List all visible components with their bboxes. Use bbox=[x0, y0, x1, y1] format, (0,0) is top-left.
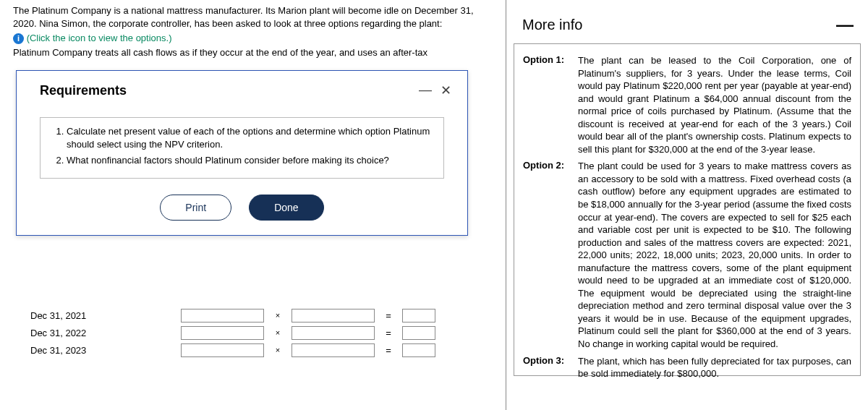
result-input[interactable] bbox=[402, 343, 435, 357]
factor-input[interactable] bbox=[181, 343, 264, 357]
table-row: Dec 31, 2023 × = bbox=[30, 341, 493, 359]
option-row-2: Option 2: The plant could be used for 3 … bbox=[523, 160, 851, 350]
result-input[interactable] bbox=[402, 326, 435, 340]
multiply-symbol: × bbox=[271, 311, 284, 320]
option-text: The plant could be used for 3 years to m… bbox=[578, 160, 851, 350]
multiply-symbol: × bbox=[271, 328, 284, 337]
option-text: The plant can be leased to the Coil Corp… bbox=[578, 54, 851, 155]
view-options-link[interactable]: (Click the icon to view the options.) bbox=[27, 33, 172, 43]
row-date: Dec 31, 2023 bbox=[30, 345, 181, 356]
amount-input[interactable] bbox=[292, 343, 375, 357]
factor-input[interactable] bbox=[181, 326, 264, 340]
minimize-icon[interactable]: — bbox=[836, 14, 854, 35]
info-link-row: i (Click the icon to view the options.) bbox=[0, 32, 506, 45]
calculation-table: Dec 31, 2021 × = Dec 31, 2022 × = Dec 31… bbox=[30, 307, 493, 359]
requirements-modal: Requirements — ✕ Calculate net present v… bbox=[16, 70, 468, 236]
table-row: Dec 31, 2021 × = bbox=[30, 307, 493, 324]
options-box: Option 1: The plant can be leased to the… bbox=[514, 43, 861, 376]
close-icon[interactable]: ✕ bbox=[441, 82, 451, 98]
more-info-title: More info bbox=[522, 17, 582, 33]
requirements-body: Calculate net present value of each of t… bbox=[40, 117, 444, 179]
equals-symbol: = bbox=[382, 310, 395, 321]
print-button[interactable]: Print bbox=[160, 195, 231, 221]
option-label: Option 2: bbox=[523, 160, 578, 350]
treat-cash-flow-line: Platinum Company treats all cash flows a… bbox=[0, 47, 506, 58]
equals-symbol: = bbox=[382, 328, 395, 338]
option-row-1: Option 1: The plant can be leased to the… bbox=[523, 54, 851, 155]
amount-input[interactable] bbox=[292, 326, 375, 340]
question-intro: The Platinum Company is a national mattr… bbox=[0, 4, 506, 30]
factor-input[interactable] bbox=[181, 309, 264, 323]
option-label: Option 3: bbox=[523, 355, 578, 380]
minimize-icon[interactable]: — bbox=[419, 82, 432, 98]
more-info-header: More info — bbox=[506, 0, 868, 43]
requirements-header: Requirements — ✕ bbox=[17, 71, 467, 104]
done-button[interactable]: Done bbox=[249, 195, 323, 221]
requirement-item-2: What nonfinancial factors should Platinu… bbox=[67, 154, 433, 167]
row-date: Dec 31, 2021 bbox=[30, 310, 181, 321]
result-input[interactable] bbox=[402, 309, 435, 323]
option-text: The plant, which has been fully deprecia… bbox=[578, 355, 851, 380]
requirements-title: Requirements bbox=[40, 83, 127, 98]
equals-symbol: = bbox=[382, 345, 395, 356]
option-row-3: Option 3: The plant, which has been full… bbox=[523, 355, 851, 380]
row-date: Dec 31, 2022 bbox=[30, 328, 181, 338]
multiply-symbol: × bbox=[271, 346, 284, 354]
requirement-item-1: Calculate net present value of each of t… bbox=[67, 125, 433, 151]
table-row: Dec 31, 2022 × = bbox=[30, 324, 493, 341]
amount-input[interactable] bbox=[292, 309, 375, 323]
question-panel: The Platinum Company is a national mattr… bbox=[0, 0, 506, 410]
option-label: Option 1: bbox=[523, 54, 578, 155]
requirements-buttons: Print Done bbox=[17, 195, 467, 235]
more-info-panel: More info — Option 1: The plant can be l… bbox=[506, 0, 868, 410]
info-icon[interactable]: i bbox=[13, 33, 24, 44]
